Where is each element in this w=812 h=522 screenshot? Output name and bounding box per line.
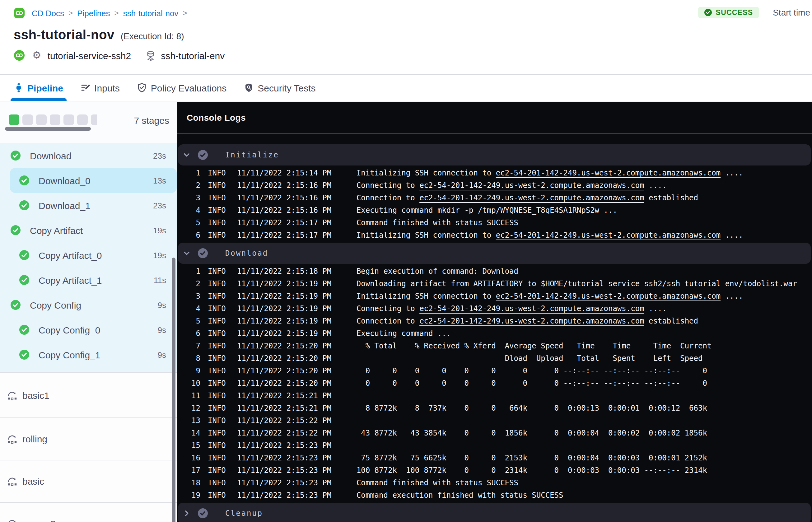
log-section-lines: 1INFO11/11/2022 2:15:14 PMInitializing S… [177,167,812,241]
success-check-icon [19,325,29,335]
log-host-link[interactable]: ec2-54-201-142-249.us-west-2.compute.ama… [496,292,720,301]
stage-row-copy-config-0[interactable]: Copy Config_09s [0,317,177,342]
log-message: Connection to ec2-54-201-142-249.us-west… [357,194,698,202]
log-section-initialize[interactable]: Initialize [178,144,811,165]
execution-item-basic[interactable]: basic [0,460,177,503]
status-area: SUCCESS Start time [698,0,810,25]
log-text: Dload Upload Total Spent Left Speed [357,354,703,363]
breadcrumb-link-pipelines[interactable]: Pipelines [77,8,110,18]
stage-row-copy-artifact-0[interactable]: Copy Artifact_019s [0,243,177,267]
execution-item-canary2[interactable]: canary2 [0,503,177,522]
log-message: 43 8772k 43 3854k 0 0 1856k 0 0:00:04 0:… [357,429,707,437]
log-level: INFO [208,292,226,301]
log-text: 43 8772k 43 3854k 0 0 1856k 0 0:00:04 0:… [357,429,707,437]
log-line: 6INFO11/11/2022 2:15:19 PMExecuting comm… [177,327,812,340]
log-message: Executing command ... [357,329,451,338]
log-text: 100 8772k 100 8772k 0 0 2314k 0 0:00:03 … [357,466,707,475]
breadcrumb-link-project[interactable]: CD Docs [32,8,64,18]
tab-label: Pipeline [27,82,63,93]
log-host-link[interactable]: ec2-54-201-142-249.us-west-2.compute.ama… [419,194,644,202]
log-line: 3INFO11/11/2022 2:15:19 PMInitializing S… [177,290,812,302]
log-text: Connection to [357,194,419,202]
title-row: ssh-tutorial-nov (Execution Id: 8) [14,27,184,42]
tab-inputs[interactable]: Inputs [81,75,120,101]
log-line: 8INFO11/11/2022 2:15:20 PM Dload Upload … [177,352,812,365]
tab-security-tests[interactable]: Security Tests [244,75,316,101]
log-text: Connecting to [357,181,419,190]
log-section-cleanup[interactable]: Cleanup [178,503,811,522]
start-time-label[interactable]: Start time [773,7,810,17]
log-line-number: 16 [177,454,200,462]
execution-item-basic1[interactable]: basic1 [0,373,177,418]
log-timestamp: 11/11/2022 2:15:16 PM [237,181,337,190]
log-text: .... [720,231,743,240]
log-message: Dload Upload Total Spent Left Speed [357,354,703,363]
stage-list: Download23sDownload_013sDownload_123sCop… [0,143,177,372]
success-check-icon [11,150,21,161]
stage-label: Download_1 [39,200,148,210]
stage-row-download-1[interactable]: Download_123s [0,193,177,218]
log-section-download[interactable]: Download [178,243,811,264]
log-text: Executing command mkdir -p /tmp/WYQNESE_… [357,206,617,215]
step-success-icon [198,150,208,160]
success-check-icon [19,250,29,260]
execution-list: basic1rollingbasiccanary2 [0,372,177,522]
log-line: 10INFO11/11/2022 2:15:20 PM 0 0 0 0 0 0 … [177,377,812,389]
stage-row-copy-artifact-1[interactable]: Copy Artifact_111s [0,267,177,293]
log-text: .... [720,292,743,301]
log-host-link[interactable]: ec2-54-201-142-249.us-west-2.compute.ama… [419,304,644,313]
log-level: INFO [208,466,226,475]
stage-square-pending [50,115,60,125]
status-badge: SUCCESS [698,7,759,18]
log-line: 4INFO11/11/2022 2:15:19 PMConnecting to … [177,302,812,315]
minimap-scrollbar[interactable] [5,127,91,130]
execution-item-rolling[interactable]: rolling [0,418,177,460]
stage-duration: 13s [153,176,166,185]
tab-pipeline[interactable]: Pipeline [14,75,63,101]
log-text: % Total % Received % Xferd Average Speed… [357,342,712,350]
log-message: Connecting to ec2-54-201-142-249.us-west… [357,304,667,313]
environment-name[interactable]: ssh-tutorial-env [161,50,225,61]
stage-row-download[interactable]: Download23s [0,143,177,168]
log-host-link[interactable]: ec2-54-201-142-249.us-west-2.compute.ama… [419,181,644,190]
cd-module-icon [14,50,25,61]
log-host-link[interactable]: ec2-54-201-142-249.us-west-2.compute.ama… [496,231,720,240]
tab-policy-evaluations[interactable]: Policy Evaluations [137,75,226,101]
execution-id: (Execution Id: 8) [121,31,184,41]
log-level: INFO [208,404,226,413]
breadcrumb-link-pipeline[interactable]: ssh-tutorial-nov [123,8,179,18]
log-section-title: Initialize [225,150,279,159]
log-timestamp: 11/11/2022 2:15:22 PM [237,416,337,425]
log-level: INFO [208,416,226,425]
log-line-number: 2 [177,181,200,190]
stage-square-pending [22,115,33,125]
log-level: INFO [208,379,226,388]
stage-label: Copy Config [30,300,153,310]
log-line: 3INFO11/11/2022 2:15:16 PMConnection to … [177,192,812,204]
stage-duration: 23s [153,201,166,210]
log-host-link[interactable]: ec2-54-201-142-249.us-west-2.compute.ama… [496,168,720,177]
log-line: 9INFO11/11/2022 2:15:20 PM 0 0 0 0 0 0 0… [177,365,812,377]
log-timestamp: 11/11/2022 2:15:20 PM [237,354,337,363]
rollback-icon [7,390,17,400]
stage-square-completed [9,115,19,125]
log-timestamp: 11/11/2022 2:15:23 PM [237,479,337,487]
stage-row-download-0[interactable]: Download_013s [10,168,177,193]
stage-row-copy-artifact[interactable]: Copy Artifact19s [0,218,177,243]
sidebar-scrollbar[interactable] [172,258,176,522]
stage-row-copy-config[interactable]: Copy Config9s [0,293,177,317]
service-name[interactable]: tutorial-service-ssh2 [47,50,131,61]
status-badge-label: SUCCESS [716,9,753,16]
log-timestamp: 11/11/2022 2:15:23 PM [237,491,337,500]
log-host-link[interactable]: ec2-54-201-142-249.us-west-2.compute.ama… [419,317,644,325]
stage-row-copy-config-1[interactable]: Copy Config_19s [0,342,177,367]
console-log-area[interactable]: Initialize1INFO11/11/2022 2:15:14 PMInit… [177,134,812,522]
stage-square-pending [36,115,47,125]
log-text: Initializing SSH connection to [357,292,496,301]
success-check-icon [19,350,29,360]
log-message: Begin execution of command: Download [357,267,518,276]
log-line-number: 4 [177,206,200,215]
log-text: Connection to [357,317,419,325]
stage-duration: 9s [158,325,166,335]
log-line: 4INFO11/11/2022 2:15:16 PMExecuting comm… [177,204,812,217]
